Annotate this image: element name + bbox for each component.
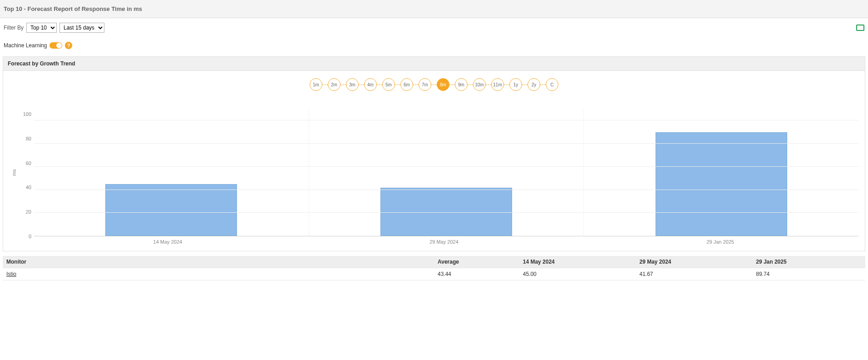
x-tick: 14 May 2024 [30, 239, 306, 245]
y-axis: 100806040200 [19, 109, 34, 236]
table-cell: 89.74 [752, 268, 865, 280]
filter-bar: Filter By Top 10 Last 15 days [0, 18, 868, 37]
bar[interactable] [380, 188, 512, 236]
range-connector [431, 85, 437, 85]
range-button-2y[interactable]: 2y [528, 78, 540, 91]
bar[interactable] [105, 184, 237, 236]
range-connector [486, 85, 491, 85]
range-connector [540, 85, 546, 85]
bar-column [584, 109, 858, 236]
range-connector [322, 85, 328, 85]
y-tick: 60 [19, 160, 31, 165]
range-connector [377, 85, 382, 85]
panel-title: Forecast by Growth Trend [3, 57, 865, 71]
range-button-1y[interactable]: 1y [509, 78, 522, 91]
range-button-2m[interactable]: 2m [328, 78, 340, 91]
forecast-panel: Forecast by Growth Trend 1m2m3m4m5m6m7m8… [3, 56, 865, 251]
bar[interactable] [656, 132, 787, 236]
table-cell: 45.00 [519, 268, 636, 280]
table-header: Average [434, 256, 519, 268]
range-connector [359, 85, 364, 85]
page-title: Top 10 - Forecast Report of Response Tim… [0, 0, 868, 18]
grid-line [34, 190, 858, 190]
range-button-3m[interactable]: 3m [346, 78, 359, 91]
grid-line [34, 120, 858, 120]
range-connector [504, 85, 509, 85]
range-button-9m[interactable]: 9m [455, 78, 468, 91]
y-tick: 100 [19, 112, 31, 117]
range-connector [449, 85, 455, 85]
x-axis: 14 May 202429 May 202429 Jan 2025 [28, 236, 860, 248]
table-header: Monitor [3, 256, 434, 268]
filter-label: Filter By [4, 25, 24, 31]
table-header: 29 May 2024 [636, 256, 752, 268]
table-header: 14 May 2024 [519, 256, 636, 268]
ml-row: Machine Learning ? [0, 37, 868, 56]
grid-line [34, 143, 858, 144]
range-connector [522, 85, 528, 85]
range-button-10m[interactable]: 10m [473, 78, 486, 91]
range-button-5m[interactable]: 5m [382, 78, 395, 91]
range-button-7m[interactable]: 7m [419, 78, 431, 91]
y-tick: 40 [19, 185, 31, 190]
table-cell: 43.44 [434, 268, 519, 280]
range-button-6m[interactable]: 6m [400, 78, 413, 91]
range-button-11m[interactable]: 11m [491, 78, 504, 91]
ml-toggle[interactable] [49, 42, 62, 49]
plot-area[interactable] [34, 109, 858, 236]
forecast-range-strip: 1m2m3m4m5m6m7m8m9m10m11m1y2yC [8, 78, 860, 91]
forecast-table: MonitorAverage14 May 202429 May 202429 J… [3, 256, 865, 280]
table-header: 29 Jan 2025 [752, 256, 865, 268]
range-connector [395, 85, 400, 85]
range-button-C[interactable]: C [546, 78, 558, 91]
y-tick: 80 [19, 136, 31, 141]
range-button-4m[interactable]: 4m [364, 78, 377, 91]
help-icon[interactable]: ? [65, 42, 72, 49]
time-range-select[interactable]: Last 15 days [59, 23, 104, 33]
range-connector [413, 85, 419, 85]
export-icon[interactable] [856, 25, 864, 31]
ml-label: Machine Learning [4, 42, 47, 49]
table-cell: 41.67 [636, 268, 752, 280]
grid-line [34, 212, 858, 213]
monitor-link[interactable]: Istio [3, 268, 434, 280]
range-button-1m[interactable]: 1m [310, 78, 322, 91]
table-row: Istio43.4445.0041.6789.74 [3, 268, 865, 280]
bar-column [309, 109, 584, 236]
y-axis-label: ms [10, 109, 19, 236]
grid-line [34, 166, 858, 167]
range-connector [468, 85, 473, 85]
chart-area: ms 100806040200 [8, 109, 860, 236]
x-tick: 29 Jan 2025 [582, 239, 858, 245]
bar-column [34, 109, 309, 236]
top-n-select[interactable]: Top 10 [26, 23, 57, 33]
y-tick: 20 [19, 210, 31, 215]
range-button-8m[interactable]: 8m [437, 78, 449, 91]
x-tick: 29 May 2024 [306, 239, 582, 245]
y-tick: 0 [19, 234, 31, 239]
range-connector [340, 85, 346, 85]
